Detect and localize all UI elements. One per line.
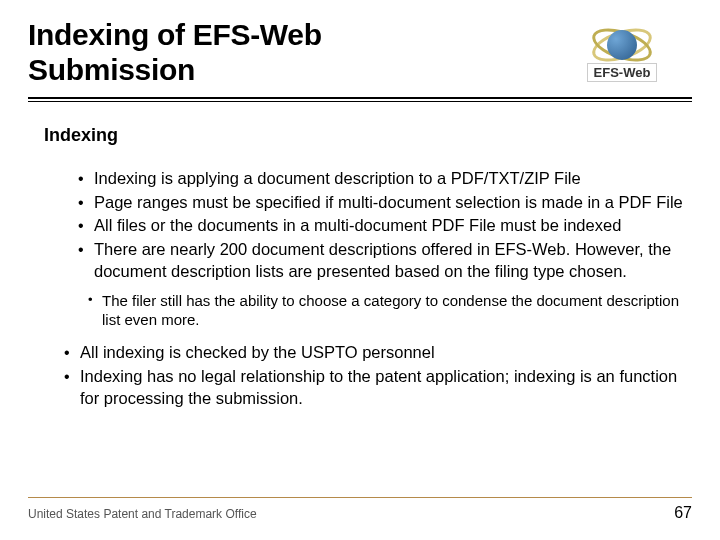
header: Indexing of EFS-Web Submission EFS-Web (28, 18, 692, 87)
list-item: All indexing is checked by the USPTO per… (64, 342, 686, 364)
title-line-1: Indexing of EFS-Web (28, 18, 322, 53)
slide-title: Indexing of EFS-Web Submission (28, 18, 322, 87)
list-item: The filer still has the ability to choos… (88, 291, 686, 331)
logo-text: EFS-Web (587, 63, 658, 82)
footer-row: United States Patent and Trademark Offic… (28, 504, 692, 522)
body: Indexing Indexing is applying a document… (28, 102, 692, 409)
section-heading: Indexing (44, 124, 686, 148)
header-rule-thick (28, 97, 692, 99)
footer: United States Patent and Trademark Offic… (28, 497, 692, 522)
list-item: Indexing is applying a document descript… (78, 168, 686, 190)
efs-web-logo: EFS-Web (552, 23, 692, 82)
bullet-list-level1: Indexing is applying a document descript… (44, 168, 686, 283)
bullet-list-level2: The filer still has the ability to choos… (44, 291, 686, 331)
list-item: There are nearly 200 document descriptio… (78, 239, 686, 283)
list-item: All files or the documents in a multi-do… (78, 215, 686, 237)
bullet-list-level0: All indexing is checked by the USPTO per… (44, 342, 686, 409)
list-item: Indexing has no legal relationship to th… (64, 366, 686, 410)
footer-rule (28, 497, 692, 498)
list-item: Page ranges must be specified if multi-d… (78, 192, 686, 214)
page-number: 67 (674, 504, 692, 522)
slide: Indexing of EFS-Web Submission EFS-Web I… (0, 0, 720, 540)
title-line-2: Submission (28, 53, 322, 88)
globe-rings-icon (587, 23, 657, 67)
footer-org: United States Patent and Trademark Offic… (28, 507, 257, 521)
